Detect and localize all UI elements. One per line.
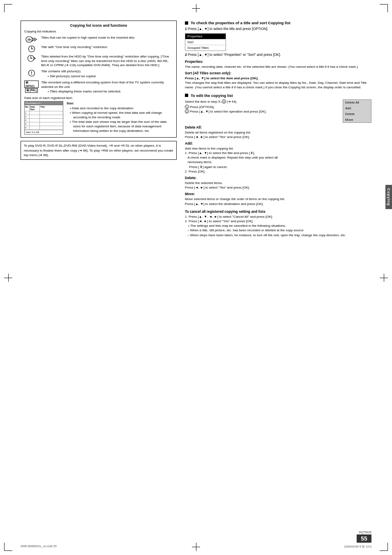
cancel-step1: 1 Press [▲, ▼, ◄, ►] to select "Cancel A…	[185, 214, 371, 219]
properties-title: Properties:	[185, 60, 371, 64]
page-code: RQT9428	[359, 531, 371, 534]
footer-area: DMR-BWB50GL_en.indb 55 2009/04/08 午前 10:…	[21, 545, 371, 549]
icon-row-exclamation: ! Title contains still picture(s) Still …	[24, 69, 173, 78]
cancel-dash-1: When a title, still picture, etc. has be…	[185, 228, 371, 233]
move-button[interactable]: Move	[343, 117, 371, 122]
add-title: Add:	[185, 141, 371, 145]
size-bullet-1: Data size recorded to the copy destinati…	[70, 106, 173, 111]
exclamation-bullet: Still picture(s) cannot be copied.	[44, 74, 97, 78]
footer-left: DMR-BWB50GL_en.indb 55	[21, 545, 57, 549]
table-row: 2	[25, 115, 63, 119]
step2-text: 2 Press [▲, ▼] to select "Properties" or…	[185, 53, 371, 58]
sort-subsection: Sort (All Titles screen only): Press [▲,…	[185, 71, 371, 90]
cancel-all-subsection: To cancel all registered copying setting…	[185, 210, 371, 237]
corner-mark-tl	[4, 4, 12, 12]
table-row: 4	[25, 122, 63, 126]
delete-all-button[interactable]: Delete All	[343, 100, 371, 106]
icon-text-dvd: Titles that can be copied in high speed …	[41, 36, 173, 40]
sort-desc: This changes the way that titles are dis…	[185, 81, 371, 90]
icon-text-exclamation: Title contains still picture(s) Still pi…	[41, 69, 173, 78]
delete-subsection: Delete: Delete the selected items.Press …	[185, 176, 371, 190]
data-size-table: Destination D... No. Data Size Title 1	[24, 101, 63, 135]
move-title: Move:	[185, 192, 371, 196]
ntsc-pal-bullet: Titles displaying these marks cannot be …	[44, 90, 121, 93]
edit-buttons-box: Delete All Add Delete Move	[343, 99, 371, 123]
edit-section-layout: Select the item in step 5–3 ( 54) 1 Pres…	[185, 99, 371, 123]
corner-mark-tr	[380, 4, 388, 12]
properties-menu-item-sort[interactable]: Sort	[185, 39, 226, 45]
move-desc: Move selected items or change the order …	[185, 197, 371, 206]
pal-label: ㊙ (PAL)	[25, 88, 38, 93]
properties-menu-item-properties[interactable]: Properties	[185, 34, 226, 39]
edit-heading: To edit the copying list	[191, 93, 233, 98]
table-footer: Total: X.X GB	[25, 130, 63, 134]
properties-menu-item-grouped[interactable]: Grouped Titles	[185, 45, 226, 51]
svg-point-6	[31, 48, 32, 49]
data-size-label: Data size of each registered item	[24, 96, 173, 100]
col-no: No.	[25, 105, 30, 111]
data-size-section: Data size of each registered item Destin…	[24, 96, 173, 135]
edit-header: To edit the copying list	[185, 93, 371, 98]
page-number: 55	[357, 534, 371, 543]
col-title: Title	[40, 105, 63, 111]
icon-text-clock-arrow: Titles deleted from the HDD by "One time…	[41, 55, 173, 67]
add-button[interactable]: Add	[343, 106, 371, 111]
step1-text: 1 Press [▲, ▼] to select the title and p…	[185, 27, 371, 32]
add-step2: 2 Press [OK].	[185, 169, 371, 174]
edit-section-text: Select the item in step 5–3 ( 54) 1 Pres…	[185, 99, 339, 123]
move-subsection: Move: Move selected items or change the …	[185, 192, 371, 206]
black-square-edit	[185, 94, 188, 97]
circle-1: 1	[185, 105, 189, 109]
size-bullet-3: The total data size shown may be larger …	[70, 120, 173, 134]
arrow-54	[228, 100, 231, 104]
note-box: To play DVD-R, DVD-R DL,DVD-RW (DVD-Vide…	[21, 141, 177, 160]
clock-restriction-icon	[24, 45, 39, 53]
add-subsection: Add: Add new items to the copying list. …	[185, 141, 371, 174]
icon-row-dvd: DVD Titles that can be copied in high sp…	[24, 36, 173, 43]
circle-2: 2	[185, 109, 189, 113]
data-table-container: Destination D... No. Data Size Title 1	[24, 101, 63, 135]
add-step-cancel: Press [⏸] again to cancel.	[185, 165, 371, 169]
svg-text:DVD: DVD	[28, 39, 32, 41]
delete-button[interactable]: Delete	[343, 111, 371, 117]
clock-arrow-icon	[24, 55, 39, 62]
check-properties-section: To check the properties of a title and s…	[185, 21, 371, 90]
table-row: 3	[25, 119, 63, 122]
data-table-header: Destination D...	[25, 101, 63, 105]
edit-step1: 1 Press [OPTION].	[185, 105, 339, 109]
check-heading: To check the properties of a title and s…	[191, 21, 291, 25]
properties-subsection: Properties: The name, recording date, ch…	[185, 60, 371, 69]
edit-intro: Select the item in step 5–3 ( 54)	[185, 99, 339, 104]
table-row: 1	[25, 111, 63, 115]
size-label: Size:	[67, 101, 173, 106]
icon-row-clock: Title with "One time only recording" res…	[24, 45, 173, 53]
icon-row-ntsc-pal: ㊙ (NTSC) ㊙ (PAL) Title recorded using a …	[24, 81, 173, 94]
copying-tab: Copying	[385, 185, 392, 209]
icon-text-ntsc-pal: Title recorded using a different encodin…	[41, 81, 173, 94]
data-size-layout: Destination D... No. Data Size Title 1	[24, 101, 173, 135]
crosshair-top	[192, 4, 200, 12]
delete-desc: Delete the selected items.Press [◄, ►] t…	[185, 181, 371, 190]
cancel-dash-2: When steps have been taken, for instance…	[185, 233, 371, 237]
indicators-label: Copying list indicators	[24, 29, 173, 34]
step2-content: Press [▲, ▼] to select "Properties" or "…	[188, 53, 281, 57]
delete-all-title: Delete All:	[185, 125, 371, 129]
delete-all-subsection: Delete All: Delete all items registered …	[185, 125, 371, 139]
cancel-bullet-1: The settings and lists may be cancelled …	[188, 223, 371, 228]
svg-text:!: !	[31, 71, 32, 76]
icon-text-clock: Title with "One time only recording" res…	[41, 45, 173, 49]
delete-title: Delete:	[185, 176, 371, 180]
edit-copying-section: To edit the copying list Select the item…	[185, 93, 371, 237]
page-container: Copying list icons and functions Copying…	[0, 0, 392, 555]
ntsc-label: ㊙ (NTSC)	[24, 81, 39, 88]
main-content: Copying list icons and functions Copying…	[21, 21, 371, 237]
corner-mark-bl	[4, 543, 12, 551]
size-bullet-2: When copying at normal speed, the total …	[70, 111, 173, 120]
check-header: To check the properties of a title and s…	[185, 21, 371, 25]
circle-3: 3	[222, 99, 226, 104]
page-number-area: RQT9428 55	[357, 531, 371, 543]
dvd-speed-icon: DVD	[24, 36, 39, 43]
delete-all-desc: Delete all items registered on the copyi…	[185, 130, 371, 139]
right-column: To check the properties of a title and s…	[185, 21, 371, 237]
add-step1: 1 Press [▲, ▼] to select the title and p…	[185, 151, 371, 165]
